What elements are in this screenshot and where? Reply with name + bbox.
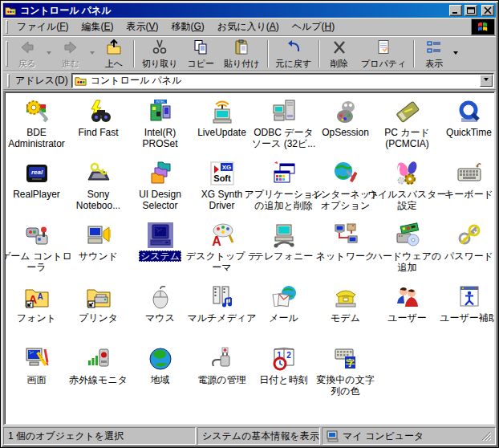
up-folder-icon <box>106 39 122 57</box>
my-computer-icon <box>327 430 339 442</box>
icon-modem[interactable]: モデム <box>314 282 376 344</box>
close-icon <box>483 5 493 17</box>
icon-find-fast[interactable]: Find Fast <box>67 96 129 158</box>
gear-wrench-icon <box>24 99 50 124</box>
icon-fonts[interactable]: AAフォント <box>6 282 67 344</box>
close-button[interactable] <box>481 5 494 16</box>
icon-xg-synth-driver[interactable]: XGSoftXG SynthDriver <box>191 158 253 220</box>
icon-liveupdate[interactable]: LiveUpdate <box>191 96 253 158</box>
toolbar-button-paste[interactable]: 貼り付け <box>219 38 265 70</box>
icon-game-controllers[interactable]: ゲーム コントローラ <box>6 220 67 282</box>
maximize-button[interactable] <box>465 5 477 16</box>
icon-add-hardware[interactable]: ハードウェアの追加 <box>376 220 438 282</box>
palette-icon: A <box>209 222 235 248</box>
icon-display[interactable]: 画面 <box>6 344 67 405</box>
address-dropdown-button[interactable] <box>480 75 493 87</box>
svg-text:字: 字 <box>346 358 355 368</box>
computer-speaker-icon <box>86 222 112 248</box>
minimize-button[interactable] <box>449 5 462 16</box>
toolbar-button-cut[interactable]: 切り取り <box>137 38 183 70</box>
icon-infrared-monitor[interactable]: 赤外線モニタ <box>67 344 129 405</box>
globe-tools-icon <box>333 161 359 186</box>
pc-card-icon <box>395 99 420 124</box>
icon-network[interactable]: ネットワーク <box>314 220 376 282</box>
icon-date-time[interactable]: 12日付と時刻 <box>253 344 314 405</box>
icon-internet-options[interactable]: インターネットオプション <box>314 158 376 220</box>
folder-printer-icon <box>86 284 112 310</box>
icon-bde-administrator[interactable]: BDEAdministrator <box>6 96 67 158</box>
toolbar-button-up-folder[interactable]: 上へ <box>97 38 131 70</box>
icon-passwords[interactable]: パスワード <box>438 220 496 282</box>
icon-label: マウス <box>145 312 175 324</box>
toolbar-grip[interactable] <box>6 41 8 66</box>
menu-a[interactable]: お気に入り(A) <box>211 18 286 36</box>
menu-f[interactable]: ファイル(F) <box>10 18 75 36</box>
icon-pc-card-pcmcia[interactable]: PC カード(PCMCIA) <box>376 96 438 158</box>
icon-quicktime[interactable]: QuickTime <box>438 96 496 158</box>
toolbar-button-copy[interactable]: コピー <box>183 38 220 70</box>
keyboard-char-icon: 字 <box>333 346 359 372</box>
icon-desktop-themes[interactable]: Aデスクトップ テーマ <box>191 220 253 282</box>
menu-v[interactable]: 表示(V) <box>120 18 164 36</box>
icon-keyboard[interactable]: キーボード <box>438 158 496 220</box>
icon-realplayer[interactable]: realRealPlayer <box>6 158 67 220</box>
icon-power-management[interactable]: 電源の管理 <box>191 344 253 405</box>
icon-users[interactable]: ユーザー <box>376 282 438 344</box>
menu-h[interactable]: ヘルプ(H) <box>286 18 342 36</box>
icon-printers[interactable]: プリンタ <box>67 282 129 344</box>
toolbar-button-label: 元に戻す <box>276 58 312 70</box>
toolbar-button-forward-arrow: 進む <box>54 38 87 70</box>
app-windows-icon <box>271 161 297 186</box>
circuit-cd-icon <box>395 222 420 248</box>
toolbar-button-label: コピー <box>188 58 215 70</box>
icon-multimedia[interactable]: マルチメディア <box>191 282 253 344</box>
menubar-grip[interactable] <box>6 20 8 33</box>
chevron-down-icon[interactable] <box>47 51 51 57</box>
toolbar-button-label: 表示 <box>425 58 443 70</box>
network-computers-icon <box>333 222 359 248</box>
chevron-down-icon <box>484 78 489 83</box>
chevron-down-icon[interactable] <box>90 51 95 57</box>
titlebar[interactable]: コントロール パネル <box>3 3 496 18</box>
resize-grip[interactable] <box>481 431 491 441</box>
folder-fonts-icon: AA <box>24 284 50 310</box>
icon-telephony[interactable]: テレフォニー <box>253 220 314 282</box>
addressbar-grip[interactable] <box>7 74 10 87</box>
chevron-down-icon[interactable] <box>453 51 458 57</box>
minimize-icon <box>451 5 460 17</box>
toolbar-button-undo[interactable]: 元に戻す <box>271 38 317 70</box>
icon-sony-notebook-setup[interactable]: SonyNoteboo... <box>67 158 129 220</box>
icon-opsession[interactable]: OpSession <box>314 96 376 158</box>
toolbar-button-views[interactable]: 表示 <box>417 38 451 70</box>
icon-ui-design-selector[interactable]: UI DesignSelector <box>129 158 191 220</box>
icon-sounds[interactable]: サウンド <box>67 220 129 282</box>
icon-system[interactable]: システム <box>129 220 191 282</box>
address-combo[interactable]: コントロール パネル <box>71 73 494 88</box>
mail-globe-icon <box>271 284 297 310</box>
icon-mail[interactable]: メール <box>253 282 314 344</box>
toolbar-button-properties[interactable]: プロパティ <box>356 38 411 70</box>
realplayer-icon: real <box>24 161 50 186</box>
icon-accessibility[interactable]: ユーザー補助 <box>438 282 496 344</box>
toolbar-button-label: プロパティ <box>361 58 406 70</box>
gorilla-icon <box>333 99 359 124</box>
icon-odbc-data-sources[interactable]: ODBC データソース (32ビ... <box>253 96 314 158</box>
icon-mouse[interactable]: マウス <box>129 282 191 344</box>
menu-g[interactable]: 移動(G) <box>165 18 211 36</box>
undo-icon <box>286 39 302 57</box>
icon-intel-proset[interactable]: INTELIntel(R)PROSet <box>129 96 191 158</box>
icon-label: サウンド <box>79 250 118 262</box>
icon-regional-settings[interactable]: 地域 <box>129 344 191 405</box>
capsules-icon <box>395 161 420 186</box>
toolbar-button-delete[interactable]: 削除 <box>323 38 356 70</box>
cut-icon <box>152 39 168 57</box>
icon-conversion-string-color[interactable]: 字変換中の文字列の色 <box>314 344 376 405</box>
menu-e[interactable]: 編集(E) <box>75 18 120 36</box>
icon-add-remove-programs[interactable]: アプリケーションの追加と削除 <box>253 158 314 220</box>
views-icon <box>426 39 442 57</box>
toolbar-separator <box>318 40 320 67</box>
icon-label: システム <box>139 250 181 262</box>
icon-virusbuster-settings[interactable]: ウイルスバスター設定 <box>376 158 438 220</box>
toolbar-button-label: 切り取り <box>142 58 178 70</box>
svg-text:2: 2 <box>286 351 291 360</box>
